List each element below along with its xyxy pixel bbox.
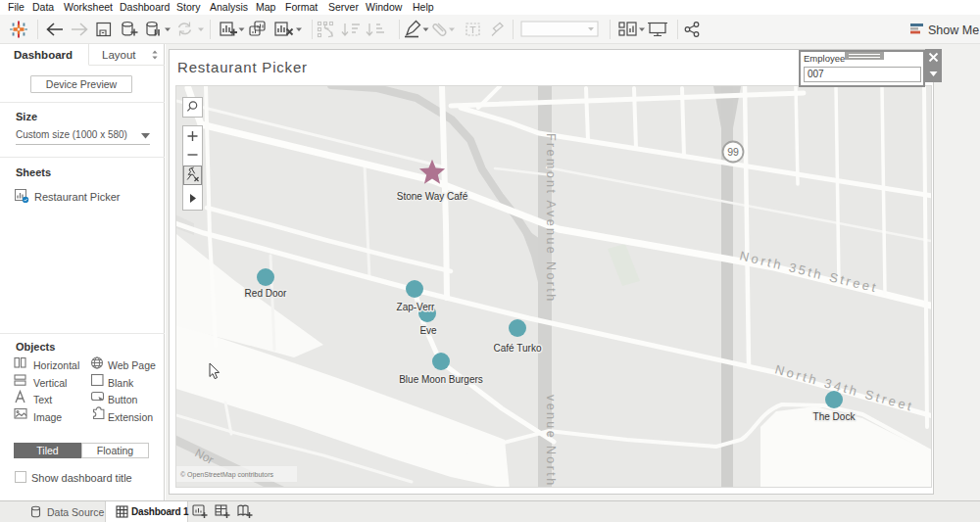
svg-text:Blue Moon Burgers: Blue Moon Burgers	[399, 374, 483, 385]
svg-text:Café Turko: Café Turko	[494, 343, 542, 354]
svg-text:Zap-Verr: Zap-Verr	[397, 302, 436, 312]
svg-text:© OpenStreetMap contributors: © OpenStreetMap contributors	[180, 471, 274, 479]
svg-text:Stone Way Café: Stone Way Café	[397, 191, 468, 202]
svg-text:Show Me: Show Me	[928, 24, 979, 37]
svg-text:Fremont Avenue North: Fremont Avenue North	[544, 133, 558, 304]
svg-text:The Dock: The Dock	[813, 411, 857, 422]
svg-text:99: 99	[727, 146, 739, 158]
svg-text:Red Door: Red Door	[245, 288, 287, 299]
svg-text:venue North: venue North	[544, 395, 558, 487]
svg-text:Eve: Eve	[419, 325, 437, 336]
